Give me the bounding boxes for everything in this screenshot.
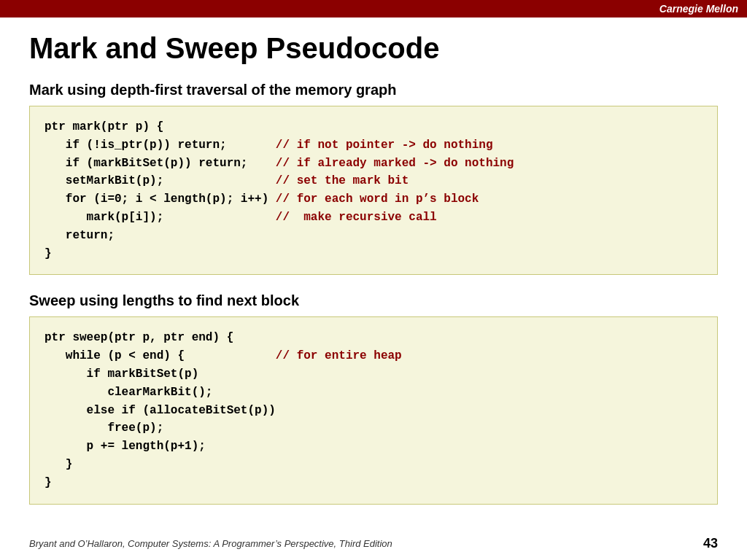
section1: Mark using depth-first traversal of the … — [29, 82, 718, 275]
page-title: Mark and Sweep Pseudocode — [29, 32, 718, 64]
code-text: clearMarkBit(); — [44, 384, 212, 402]
code-line: } — [44, 456, 703, 474]
code-text: ptr sweep(ptr p, ptr end) { — [44, 329, 233, 347]
code-line: if (!is_ptr(p)) return; // if not pointe… — [44, 136, 703, 155]
section1-code-block: ptr mark(ptr p) { if (!is_ptr(p)) return… — [29, 106, 718, 275]
code-line: free(p); — [44, 419, 703, 438]
code-line: mark(p[i]); // make recursive call — [44, 209, 703, 227]
section2-heading: Sweep using lengths to find next block — [29, 292, 718, 309]
code-text: for (i=0; i < length(p); i++) — [44, 190, 276, 209]
code-text: p += length(p+1); — [44, 438, 206, 456]
code-line: ptr sweep(ptr p, ptr end) { — [44, 329, 703, 347]
code-line: while (p < end) { // for entire heap — [44, 347, 703, 365]
code-text: if (markBitSet(p)) return; — [44, 155, 276, 173]
code-text: mark(p[i]); — [44, 209, 276, 227]
footer-citation: Bryant and O’Hallaron, Computer Systems:… — [29, 538, 392, 549]
code-text: while (p < end) { — [44, 347, 276, 365]
code-line: } — [44, 245, 703, 263]
code-text: } — [44, 474, 52, 492]
code-text: } — [44, 456, 72, 474]
brand-label: Carnegie Mellon — [659, 3, 738, 15]
code-comment: // for entire heap — [276, 347, 402, 365]
header-bar: Carnegie Mellon — [0, 0, 747, 18]
footer-page-number: 43 — [703, 536, 718, 551]
footer: Bryant and O’Hallaron, Computer Systems:… — [29, 536, 718, 551]
code-text: ptr mark(ptr p) { — [44, 118, 163, 136]
section2: Sweep using lengths to find next block p… — [29, 292, 718, 504]
code-text: free(p); — [44, 419, 163, 438]
code-text: if markBitSet(p) — [44, 365, 198, 384]
section1-heading: Mark using depth-first traversal of the … — [29, 82, 718, 98]
code-text: if (!is_ptr(p)) return; — [44, 136, 276, 155]
code-text: else if (allocateBitSet(p)) — [44, 402, 276, 420]
main-content: Mark and Sweep Pseudocode Mark using dep… — [0, 18, 747, 529]
code-comment: // make recursive call — [276, 209, 437, 227]
code-text: return; — [44, 227, 115, 245]
code-line: return; — [44, 227, 703, 245]
code-comment: // if already marked -> do nothing — [276, 155, 514, 173]
code-comment: // if not pointer -> do nothing — [276, 136, 493, 155]
code-line: p += length(p+1); — [44, 438, 703, 456]
section2-code-block: ptr sweep(ptr p, ptr end) { while (p < e… — [29, 316, 718, 504]
code-line: } — [44, 474, 703, 492]
code-text: } — [44, 245, 52, 263]
code-line: clearMarkBit(); — [44, 384, 703, 402]
code-line: if (markBitSet(p)) return; // if already… — [44, 155, 703, 173]
code-line: ptr mark(ptr p) { — [44, 118, 703, 136]
code-line: if markBitSet(p) — [44, 365, 703, 384]
code-text: setMarkBit(p); — [44, 172, 276, 190]
code-line: else if (allocateBitSet(p)) — [44, 402, 703, 420]
code-comment: // set the mark bit — [276, 172, 409, 190]
code-line: setMarkBit(p); // set the mark bit — [44, 172, 703, 190]
code-line: for (i=0; i < length(p); i++) // for eac… — [44, 190, 703, 209]
code-comment: // for each word in p’s block — [276, 190, 479, 209]
